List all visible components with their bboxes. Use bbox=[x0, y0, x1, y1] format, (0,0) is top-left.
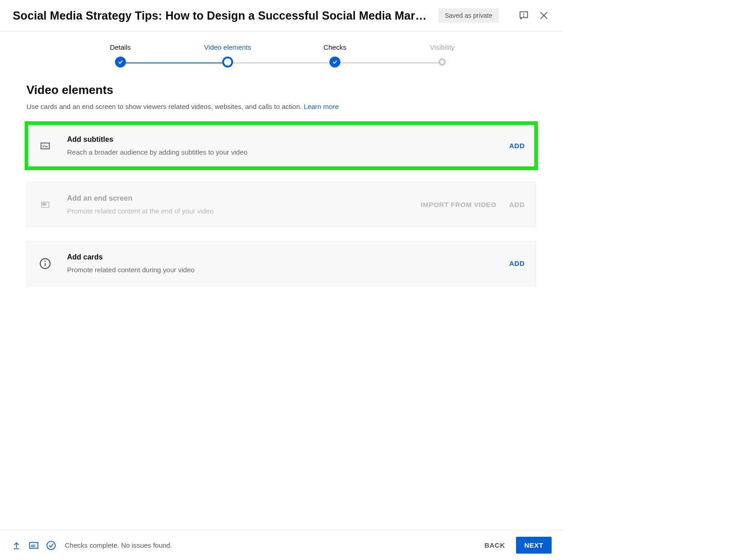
learn-more-link[interactable]: Learn more bbox=[304, 103, 339, 110]
row-desc: Promote related content during your vide… bbox=[67, 266, 509, 274]
row-add-cards: Add cards Promote related content during… bbox=[26, 241, 536, 286]
step-done-icon bbox=[329, 57, 340, 67]
row-add-end-screen: Add an end screen Promote related conten… bbox=[26, 182, 536, 227]
progress-stepper: Details Video elements Checks Visibility bbox=[0, 31, 563, 72]
import-from-video-button: IMPORT FROM VIDEO bbox=[421, 201, 496, 208]
svg-point-13 bbox=[45, 261, 45, 261]
step-checks[interactable]: Checks bbox=[282, 43, 389, 67]
close-icon[interactable] bbox=[538, 10, 550, 21]
feedback-icon[interactable] bbox=[518, 10, 530, 21]
main-content: Video elements Use cards and an end scre… bbox=[0, 72, 563, 286]
video-title: Social Media Strategy Tips: How to Desig… bbox=[13, 9, 431, 22]
step-video-elements[interactable]: Video elements bbox=[174, 43, 281, 67]
add-subtitles-button[interactable]: ADD bbox=[509, 142, 525, 150]
step-done-icon bbox=[115, 57, 126, 67]
row-title: Add an end screen bbox=[67, 194, 421, 202]
section-title: Video elements bbox=[26, 83, 536, 97]
dialog-header: Social Media Strategy Tips: How to Desig… bbox=[0, 0, 563, 31]
info-icon bbox=[38, 258, 52, 270]
svg-rect-10 bbox=[42, 203, 46, 205]
row-title: Add subtitles bbox=[67, 135, 509, 144]
save-status-badge: Saved as private bbox=[438, 8, 499, 23]
step-pending-icon bbox=[438, 58, 446, 66]
step-current-icon bbox=[222, 57, 233, 67]
row-title: Add cards bbox=[67, 253, 509, 261]
add-cards-button[interactable]: ADD bbox=[509, 259, 525, 267]
row-desc: Reach a broader audience by adding subti… bbox=[67, 148, 509, 156]
subtitles-icon bbox=[38, 141, 52, 151]
row-add-subtitles: Add subtitles Reach a broader audience b… bbox=[26, 123, 536, 168]
svg-point-2 bbox=[524, 16, 524, 16]
section-subtitle: Use cards and an end screen to show view… bbox=[26, 103, 536, 110]
end-screen-icon bbox=[38, 200, 52, 209]
step-details[interactable]: Details bbox=[67, 43, 174, 67]
add-end-screen-button: ADD bbox=[509, 201, 525, 208]
row-desc: Promote related content at the end of yo… bbox=[67, 207, 421, 215]
